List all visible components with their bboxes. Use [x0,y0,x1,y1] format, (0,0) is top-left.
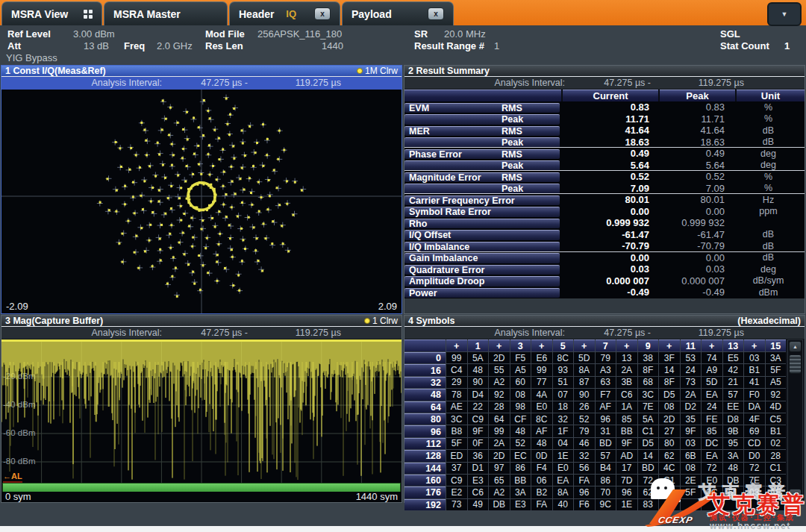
result-peak-value: 0.00 [657,252,732,263]
result-row: Rho0.999 9320.999 932 [404,217,805,229]
result-peak-value: 0.52 [657,171,732,182]
result-unit: % [732,113,805,124]
symbols-cell: 3C [446,413,467,425]
symbols-cell: BB [510,475,531,486]
symbols-cell: BD [596,438,616,449]
iq-marker: IQ [286,8,296,19]
analysis-interval-end: 119.275 µs [248,78,341,88]
result-row-label: Power [404,288,560,298]
symbols-cell: 86 [510,463,531,474]
result-current-value: 11.71 [561,113,657,125]
symbols-cell: 2E [681,475,702,486]
symbols-cell: EA [702,450,722,461]
stat-count-value[interactable]: 1 [784,40,790,51]
result-row-label: Rho [404,219,560,229]
symbols-cell: 92 [489,389,510,400]
symbols-cell: C6 [468,486,489,498]
result-row-label: I/Q Imbalance [404,242,560,252]
scrollbar-thumb[interactable] [789,354,802,374]
result-unit: % [732,172,805,182]
symbols-cell: 60 [510,377,531,388]
symbols-cell: FE [702,413,722,425]
stat-count-label[interactable]: Stat Count [720,40,769,51]
symbols-cell: 1F [553,425,574,436]
result-range-label[interactable]: Result Range # [414,40,484,51]
ref-level-value[interactable]: 3.00 dBm [73,28,115,40]
tab-msra-view[interactable]: MSRA View [1,1,102,25]
window-title-bar[interactable]: 4 Symbols (Hexadecimal) [404,316,805,327]
symbols-cell: 3A [766,352,787,363]
symbols-cell: B4 [596,463,616,474]
result-metric-name: I/Q Imbalance [404,242,469,252]
result-row-label: Symbol Rate Error [404,207,560,217]
analysis-interval-label: Analysis Interval: [404,328,565,338]
result-metric-name: Magnitude Error [404,172,481,183]
symbols-cell: 9F [616,438,637,449]
result-peak-value: 5.64 [657,160,732,171]
result-range-value[interactable]: 1 [494,40,499,51]
column-header-current: Current [563,90,658,101]
mod-file-value[interactable]: 256APSK_116_180 [257,28,342,40]
symbols-cell: 3A [723,450,744,461]
analysis-interval-bar: Analysis Interval: 47.275 µs - 119.275 µ… [404,327,805,339]
res-len-value[interactable]: 1440 [284,40,343,51]
scroll-up-icon[interactable]: ▲ [789,341,802,352]
result-row: Peak18.6318.63dB [404,137,805,148]
tab-msra-master[interactable]: MSRA Master [104,1,228,25]
symbols-cell: D0 [744,450,765,461]
att-label[interactable]: Att [7,40,21,51]
symbols-cell: 96 [574,486,595,498]
symbols-col-header: + [744,339,765,351]
result-unit: dB [732,241,805,251]
result-current-value: 0.00 [561,252,657,263]
ref-level-label[interactable]: Ref Level [7,28,51,40]
analysis-interval-bar: Analysis Interval: 47.275 µs - 119.275 µ… [404,77,805,90]
symbols-cell: B1 [744,364,765,375]
close-icon[interactable]: x [314,7,331,20]
result-row-label: Peak [404,137,560,148]
symbols-cell: F6 [574,499,595,510]
symbols-cell: E5 [723,352,744,363]
result-row-label: Quadrature Error [404,265,560,275]
symbols-cell: 4C [659,463,680,474]
tab-header[interactable]: Header IQ x [229,1,340,25]
window-menu-button[interactable]: ▼ [767,2,802,26]
symbols-cell: FA [531,499,552,510]
yig-bypass-label[interactable]: YIG Bypass [6,52,57,63]
symbols-scrollbar[interactable]: ▲ ▼ [787,339,803,501]
tab-payload[interactable]: Payload x [342,1,454,25]
sr-value[interactable]: 20.0 MHz [444,28,486,40]
analysis-interval-start: 47.275 µs - [162,78,248,88]
result-metric-sub: Peak [502,160,523,171]
symbols-cell: 03 [744,352,765,363]
window-title-bar[interactable]: 3 Mag(Capture Buffer) 1 Clrw [1,316,402,327]
sr-label[interactable]: SR [414,28,428,40]
result-metric-sub: RMS [502,172,522,183]
freq-label[interactable]: Freq [124,40,145,51]
tab-label: Payload [352,8,392,20]
symbols-cell: A9 [702,364,722,375]
res-len-label[interactable]: Res Len [205,40,243,51]
trace-label: 1M Clrw [365,66,398,76]
mod-file-label[interactable]: Mod File [205,28,245,40]
result-metric-name: Symbol Rate Error [404,207,491,217]
freq-value[interactable]: 2.0 GHz [157,40,193,51]
tab-bar: MSRA View MSRA Master Header IQ x Payloa… [0,0,806,25]
symbols-cell: 42 [723,364,744,375]
close-icon[interactable]: x [428,7,444,20]
window-title-bar[interactable]: 2 Result Summary [404,66,805,77]
watermark-url: www.hncsw.net [710,521,791,531]
analysis-interval-end: 119.275 µs [248,328,341,338]
symbols-cell: 57 [723,389,744,400]
att-value[interactable]: 13 dB [67,40,109,51]
result-unit: dB [732,125,805,136]
result-current-value: -0.49 [561,287,657,298]
symbols-cell: ED [446,450,467,461]
constellation-plot [1,90,402,313]
window-title: 3 Mag(Capture Buffer) [5,316,103,326]
sgl-indicator[interactable]: SGL [720,28,740,40]
symbols-cell: C1 [638,425,659,436]
window-title-bar[interactable]: 1 Const I/Q(Meas&Ref) 1M Clrw [1,66,402,77]
symbols-col-header: + [659,339,680,351]
symbols-col-header: 15 [766,339,787,351]
